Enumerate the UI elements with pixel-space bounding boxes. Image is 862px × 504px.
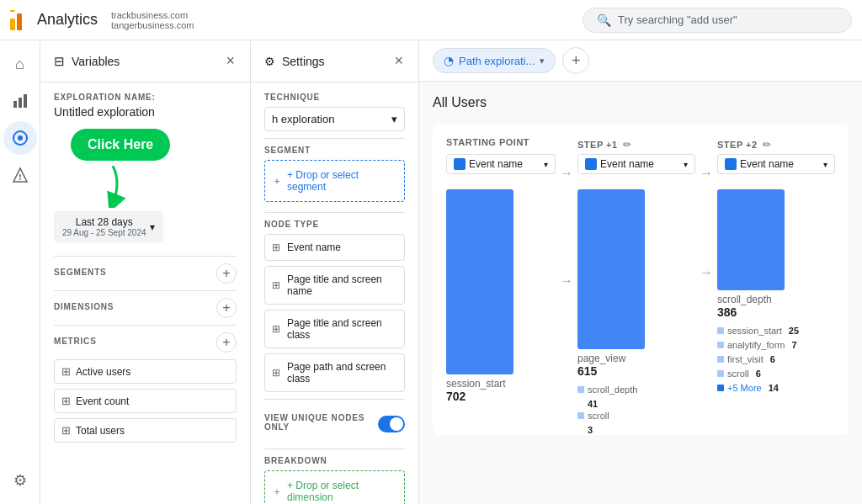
step2-sub-items: session_start 25 analytify_form 7 first_… bbox=[717, 326, 799, 395]
settings-divider-3 bbox=[264, 399, 405, 400]
add-metric-button[interactable]: + bbox=[216, 332, 237, 353]
exploration-name-label: EXPLORATION NAME: bbox=[54, 93, 237, 102]
account-line1: trackbusiness.com bbox=[111, 10, 572, 20]
settings-content: TECHNIQUE h exploration ▾ SEGMENT ＋ + Dr… bbox=[251, 82, 418, 504]
column-headers: STARTING POINT Event name ▾ → STEP +1 ✏ bbox=[446, 137, 835, 181]
add-dimension-button[interactable]: + bbox=[216, 298, 237, 318]
settings-panel-header: ⚙ Settings × bbox=[251, 40, 418, 82]
tab-chevron-icon: ▾ bbox=[540, 56, 545, 66]
page-view-bar bbox=[577, 189, 645, 349]
path-exploration-tab[interactable]: ◔ Path explorati... ▾ bbox=[433, 48, 556, 73]
event-icon-3 bbox=[725, 158, 737, 170]
date-range-button[interactable]: Last 28 days 29 Aug - 25 Sept 2024 ▾ bbox=[54, 211, 163, 242]
breakdown-drop-target[interactable]: ＋ + Drop or select dimension bbox=[264, 470, 405, 504]
dimensions-label: DIMENSIONS bbox=[54, 302, 114, 311]
breakdown-plus-icon: ＋ bbox=[272, 485, 282, 499]
sub-dot-more bbox=[717, 385, 724, 391]
metric-active-users[interactable]: ⊞ Active users bbox=[54, 359, 237, 384]
node-type-page-title-screen-name[interactable]: ⊞ Page title and screen name bbox=[264, 266, 405, 305]
toggle-thumb bbox=[390, 417, 403, 431]
nav-advertising[interactable] bbox=[3, 158, 37, 192]
path-chart-area: STARTING POINT Event name ▾ → STEP +1 ✏ bbox=[433, 124, 849, 435]
step2-event-selector[interactable]: Event name ▾ bbox=[717, 154, 835, 174]
click-bubble-container: Click Here bbox=[71, 129, 237, 161]
view-unique-label: VIEW UNIQUE NODES ONLY bbox=[264, 413, 378, 432]
date-range-sub: 29 Aug - 25 Sept 2024 bbox=[62, 228, 146, 237]
settings-panel: ⚙ Settings × TECHNIQUE h exploration ▾ S… bbox=[251, 40, 419, 504]
click-arrow-icon bbox=[96, 166, 138, 208]
step2-sub-first-visit: first_visit 6 bbox=[717, 354, 799, 364]
account-line2: tangerbusiness.com bbox=[111, 20, 572, 30]
variables-panel-header: ⊟ Variables × bbox=[40, 40, 250, 82]
logo: Analytics bbox=[10, 10, 98, 30]
sub-dot-5 bbox=[717, 342, 724, 348]
svg-rect-2 bbox=[24, 94, 27, 108]
click-here-button[interactable]: Click Here bbox=[71, 129, 170, 161]
selector-chevron-icon-2: ▾ bbox=[684, 160, 688, 169]
settings-close-button[interactable]: × bbox=[392, 50, 405, 72]
metrics-list: ⊞ Active users ⊞ Event count ⊞ Total use… bbox=[54, 359, 237, 443]
step2-bar-col: scroll_depth 386 session_start 25 a bbox=[717, 189, 835, 395]
variables-close-button[interactable]: × bbox=[224, 50, 237, 72]
date-range-chevron-icon: ▾ bbox=[150, 221, 155, 233]
step1-sub-scroll: scroll bbox=[577, 411, 645, 421]
plus-icon: ＋ bbox=[272, 174, 282, 188]
metric-grid-icon-2: ⊞ bbox=[61, 395, 71, 407]
nav-reports[interactable] bbox=[3, 84, 37, 118]
segment-drop-target[interactable]: ＋ + Drop or select segment bbox=[264, 160, 405, 202]
add-segment-button[interactable]: + bbox=[216, 263, 237, 284]
node-grid-icon-3: ⊞ bbox=[272, 323, 280, 335]
sub-dot-1 bbox=[577, 386, 584, 393]
nav-home[interactable]: ⌂ bbox=[3, 47, 37, 81]
step1-sub-items: scroll_depth 41 scroll 3 analytify_form bbox=[577, 385, 645, 435]
scroll-depth-bar bbox=[717, 189, 785, 290]
flow-arrow-1: → bbox=[556, 189, 577, 289]
step1-edit-icon[interactable]: ✏ bbox=[623, 139, 631, 151]
step1-sub-scroll-depth: scroll_depth bbox=[577, 385, 645, 395]
technique-value: h exploration bbox=[272, 113, 334, 125]
dimensions-row: DIMENSIONS + bbox=[54, 298, 237, 318]
step2-edit-icon[interactable]: ✏ bbox=[763, 139, 771, 151]
flow-bars: session_start 702 → page_view 615 bbox=[446, 189, 835, 408]
svg-rect-1 bbox=[19, 98, 22, 108]
variables-icon: ⊟ bbox=[54, 54, 65, 69]
step1-event-selector[interactable]: Event name ▾ bbox=[577, 154, 695, 174]
starting-event-selector[interactable]: Event name ▾ bbox=[446, 154, 556, 174]
starting-point-col-header: STARTING POINT Event name ▾ bbox=[446, 137, 556, 181]
nav-explore[interactable] bbox=[3, 121, 37, 155]
node-type-event-name[interactable]: ⊞ Event name bbox=[264, 234, 405, 261]
app-title: Analytics bbox=[37, 11, 98, 29]
variables-panel-title: ⊟ Variables bbox=[54, 54, 120, 69]
step2-sub-more[interactable]: +5 More 14 bbox=[717, 383, 799, 393]
search-bar[interactable]: 🔍 Try searching "add user" bbox=[583, 8, 852, 33]
svg-rect-0 bbox=[13, 101, 17, 108]
node-grid-icon-2: ⊞ bbox=[272, 279, 280, 291]
metrics-label: METRICS bbox=[54, 337, 97, 346]
event-icon-1 bbox=[454, 158, 466, 170]
technique-label: TECHNIQUE bbox=[264, 93, 405, 102]
sub-dot-7 bbox=[717, 370, 724, 377]
node-type-page-title-screen-class[interactable]: ⊞ Page title and screen class bbox=[264, 310, 405, 348]
step2-sub-scroll: scroll 6 bbox=[717, 369, 799, 379]
search-icon: 🔍 bbox=[597, 13, 611, 27]
main-layout: ⌂ ⚙ ⊟ Var bbox=[0, 40, 862, 504]
date-range-main: Last 28 days bbox=[62, 216, 146, 228]
step2-label: STEP +2 bbox=[717, 140, 758, 150]
metric-total-users[interactable]: ⊞ Total users bbox=[54, 418, 237, 443]
exploration-tabs: ◔ Path explorati... ▾ + bbox=[419, 40, 862, 82]
settings-divider-1 bbox=[264, 138, 405, 139]
technique-select[interactable]: h exploration ▾ bbox=[264, 107, 405, 131]
exploration-name[interactable]: Untitled exploration bbox=[54, 105, 237, 119]
node-grid-icon-4: ⊞ bbox=[272, 367, 280, 379]
starting-point-label: STARTING POINT bbox=[446, 137, 556, 147]
metric-event-count[interactable]: ⊞ Event count bbox=[54, 389, 237, 413]
metric-grid-icon: ⊞ bbox=[61, 365, 71, 378]
nav-settings[interactable]: ⚙ bbox=[3, 464, 37, 497]
add-tab-button[interactable]: + bbox=[562, 47, 589, 74]
variables-panel: ⊟ Variables × EXPLORATION NAME: Untitled… bbox=[40, 40, 251, 504]
sub-dot-4 bbox=[717, 327, 724, 334]
node-type-page-path-screen-class[interactable]: ⊞ Page path and screen class bbox=[264, 353, 405, 392]
view-unique-toggle[interactable] bbox=[378, 416, 405, 432]
divider-2 bbox=[54, 290, 237, 291]
metrics-row: METRICS + bbox=[54, 332, 237, 353]
